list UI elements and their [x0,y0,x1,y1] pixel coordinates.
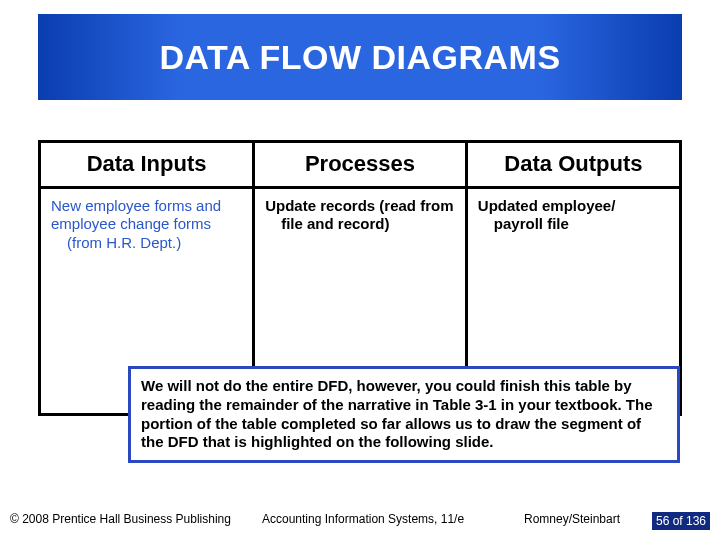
col-header-processes: Processes [254,143,467,187]
footer-page: 56 of 136 [652,512,710,530]
slide: DATA FLOW DIAGRAMS Data Inputs Processes… [0,0,720,540]
footer-book: Accounting Information Systems, 11/e [262,512,464,526]
outputs-sub: payroll file [494,215,669,234]
title-band: DATA FLOW DIAGRAMS [38,14,682,100]
footer: © 2008 Prentice Hall Business Publishing… [0,512,720,532]
processes-main: Update records (read from [265,197,453,214]
processes-sub: file and record) [281,215,455,234]
col-header-outputs: Data Outputs [466,143,679,187]
footer-authors: Romney/Steinbart [524,512,620,526]
callout-text: We will not do the entire DFD, however, … [141,377,653,450]
inputs-main: New employee forms and employee change f… [51,197,221,233]
inputs-sub: (from H.R. Dept.) [67,234,242,253]
outputs-main: Updated employee/ [478,197,616,214]
page-title: DATA FLOW DIAGRAMS [159,38,560,77]
callout-box: We will not do the entire DFD, however, … [128,366,680,463]
footer-copyright: © 2008 Prentice Hall Business Publishing [10,512,231,526]
col-header-inputs: Data Inputs [41,143,254,187]
